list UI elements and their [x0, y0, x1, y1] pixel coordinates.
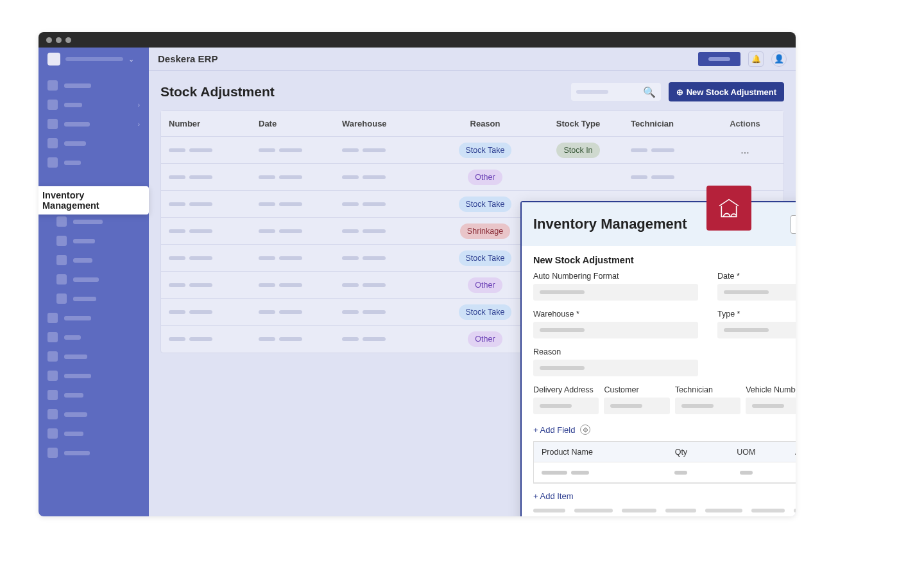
input-vehicle[interactable] — [746, 398, 796, 414]
user-avatar[interactable]: 👤 — [771, 51, 787, 67]
brand-switcher[interactable]: ⌄ — [38, 48, 149, 71]
page-title: Stock Adjustment — [160, 84, 563, 100]
label-type: Type * — [717, 310, 796, 319]
new-stock-adjustment-button[interactable]: ⊕ New Stock Adjustment — [669, 82, 784, 101]
label-customer: Customer — [604, 385, 669, 394]
label-vehicle: Vehicle Number — [746, 385, 796, 394]
col-reason: Reason — [437, 119, 533, 128]
col-date: Date — [251, 119, 334, 128]
sidebar-item[interactable] — [38, 308, 149, 328]
col-number: Number — [161, 119, 251, 128]
traffic-light-min[interactable] — [56, 37, 62, 43]
table-row[interactable]: Other — [161, 164, 783, 191]
sidebar-item[interactable] — [38, 328, 149, 347]
input-technician[interactable] — [675, 398, 740, 414]
label-date: Date * — [717, 272, 796, 281]
input-auto-numbering[interactable] — [533, 284, 698, 301]
stock-adjustment-modal: Inventory Management Cancel Save New Sto… — [520, 201, 796, 516]
col-warehouse: Warehouse — [334, 119, 437, 128]
sidebar-item[interactable] — [38, 134, 149, 153]
sidebar-item[interactable] — [38, 153, 149, 172]
topbar: Deskera ERP 🔔 👤 — [149, 48, 796, 71]
table-header: Number Date Warehouse Reason Stock Type … — [161, 111, 783, 137]
col-product-name: Product Name — [534, 448, 649, 457]
new-button-label: New Stock Adjustment — [687, 87, 776, 97]
brand-logo — [47, 53, 60, 66]
sidebar-item[interactable] — [38, 405, 149, 424]
col-technician: Technician — [623, 119, 706, 128]
sidebar-subitem[interactable] — [38, 212, 149, 231]
app-title: Deskera ERP — [158, 53, 218, 64]
label-reason: Reason — [533, 347, 698, 356]
col-available: Available Qty — [778, 448, 796, 457]
traffic-light-close[interactable] — [46, 37, 52, 43]
sidebar: ⌄ › › — [38, 48, 149, 516]
label-technician: Technician — [675, 385, 740, 394]
sidebar-item[interactable] — [38, 366, 149, 385]
sidebar-item[interactable] — [38, 385, 149, 405]
notifications-icon[interactable]: 🔔 — [748, 51, 764, 67]
product-table: Product Name Qty UOM Available Qty 🗑 — [533, 441, 796, 484]
modal-section-title: New Stock Adjustment — [533, 255, 796, 265]
table-row[interactable]: Stock TakeStock In... — [161, 137, 783, 164]
col-uom: UOM — [714, 448, 778, 457]
topbar-primary-button[interactable] — [698, 52, 740, 66]
col-stocktype: Stock Type — [533, 119, 623, 128]
search-input[interactable]: 🔍 — [571, 83, 661, 101]
plus-icon: ⊕ — [676, 87, 683, 97]
label-delivery: Delivery Address — [533, 385, 599, 394]
input-delivery[interactable] — [533, 398, 599, 414]
add-item-link[interactable]: + Add Item — [533, 491, 796, 501]
sidebar-item[interactable] — [38, 443, 149, 462]
cancel-button[interactable]: Cancel — [791, 215, 796, 234]
add-field-link[interactable]: + Add Field ⚙ — [533, 425, 796, 435]
input-reason[interactable] — [533, 360, 698, 376]
sidebar-item[interactable] — [38, 424, 149, 443]
col-actions: Actions — [706, 119, 783, 128]
label-warehouse: Warehouse * — [533, 310, 698, 319]
product-row[interactable]: 🗑 — [534, 462, 796, 483]
sidebar-subitem[interactable] — [38, 270, 149, 289]
sidebar-item[interactable] — [38, 347, 149, 366]
input-warehouse[interactable] — [533, 322, 698, 338]
search-icon: 🔍 — [643, 86, 656, 98]
brand-name-placeholder — [65, 57, 123, 61]
callout-label: Inventory Management — [42, 190, 137, 211]
modal-header: Inventory Management Cancel Save — [522, 202, 796, 246]
sidebar-item[interactable] — [38, 76, 149, 95]
sidebar-item[interactable]: › — [38, 95, 149, 114]
input-date[interactable] — [717, 284, 796, 301]
titlebar — [38, 32, 796, 48]
sidebar-item[interactable]: › — [38, 114, 149, 134]
sidebar-subitem[interactable] — [38, 231, 149, 250]
modal-warehouse-icon — [706, 186, 751, 231]
input-customer[interactable] — [604, 398, 669, 414]
page-header: Stock Adjustment 🔍 ⊕ New Stock Adjustmen… — [149, 71, 796, 110]
label-auto-numbering: Auto Numbering Format — [533, 272, 698, 281]
input-type[interactable] — [717, 322, 796, 338]
col-qty: Qty — [649, 448, 714, 457]
sidebar-subitem[interactable] — [38, 289, 149, 308]
modal-footer-placeholders — [533, 509, 796, 516]
sidebar-subitem[interactable] — [38, 250, 149, 270]
traffic-light-max[interactable] — [65, 37, 71, 43]
gear-icon[interactable]: ⚙ — [580, 425, 590, 435]
app-window: ⌄ › › — [38, 32, 796, 516]
chevron-down-icon: ⌄ — [128, 55, 134, 64]
sidebar-callout-inventory: Inventory Management — [38, 186, 149, 215]
